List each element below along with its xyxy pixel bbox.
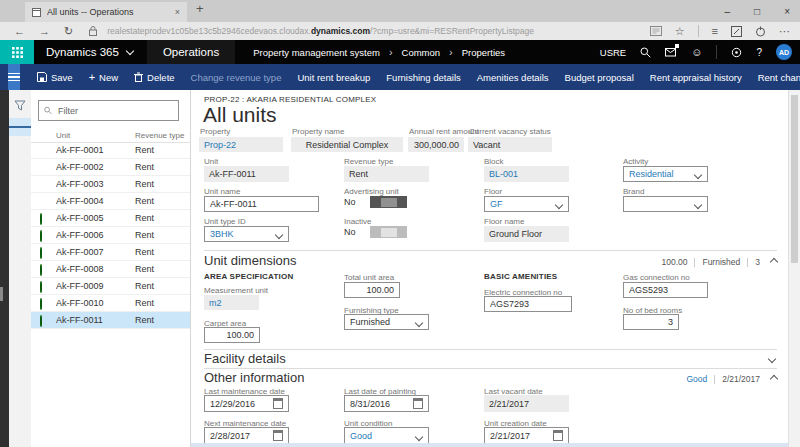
table-row[interactable]: Ak-FF-0010Rent [31, 295, 190, 312]
calendar-icon[interactable] [553, 430, 563, 441]
measurement-unit-field[interactable]: m2 [204, 295, 259, 310]
section-other-information[interactable]: Other information [204, 370, 304, 385]
table-row[interactable]: Ak-FF-0009Rent [31, 278, 190, 295]
table-row[interactable]: Ak-FF-0005Rent [31, 210, 190, 227]
brand-select[interactable] [623, 196, 708, 212]
column-header-revenue-type[interactable]: Revenue type [135, 131, 184, 140]
search-icon[interactable] [640, 47, 651, 58]
scrollbar-thumb[interactable] [791, 95, 798, 263]
unit-dimensions-summary[interactable]: 100.00 Furnished 3 [661, 257, 777, 267]
filter-input[interactable] [56, 105, 173, 117]
table-row[interactable]: Ak-FF-0004Rent [31, 193, 190, 210]
table-row[interactable]: Ak-FF-0001Rent [31, 142, 190, 159]
breadcrumb-area[interactable]: Common [402, 47, 441, 58]
reading-view-icon[interactable] [650, 26, 662, 36]
block-field[interactable]: BL-001 [484, 166, 569, 182]
activity-select[interactable]: Residential [623, 166, 708, 182]
refresh-icon[interactable]: ↻ [64, 25, 73, 38]
property-name-field: Residential Complex [291, 137, 403, 152]
calendar-icon[interactable] [273, 430, 283, 441]
toggle-track[interactable] [370, 196, 407, 208]
messages-icon[interactable] [665, 47, 677, 57]
unit-creation-date-input[interactable] [484, 427, 569, 444]
column-header-unit[interactable]: Unit [56, 131, 70, 140]
total-unit-area-input[interactable] [344, 282, 400, 298]
floor-name-field: Ground Floor [484, 226, 569, 242]
app-launcher-button[interactable] [0, 40, 34, 64]
calendar-icon[interactable] [413, 398, 423, 409]
next-maintenance-date-input[interactable] [204, 427, 289, 444]
hub-icon[interactable]: ≡ [712, 26, 718, 37]
share-icon[interactable] [755, 26, 766, 37]
company-code[interactable]: USRE [600, 47, 626, 58]
vertical-scrollbar[interactable] [788, 90, 800, 447]
url-text[interactable]: realestateprodev1c05be13c5b2946cedevaos.… [107, 26, 534, 36]
toggle-track[interactable] [370, 226, 407, 238]
favorites-star-icon[interactable]: ☆ [675, 26, 685, 37]
no-of-bed-rooms-input[interactable] [623, 314, 679, 330]
section-facility-details[interactable]: Facility details [204, 351, 286, 366]
calendar-icon[interactable] [273, 398, 283, 409]
property-field[interactable]: Prop-22 [199, 137, 283, 152]
unit-name-input[interactable] [204, 196, 319, 212]
unit-condition-select[interactable]: Good [344, 427, 429, 444]
rent-appraisal-history-button[interactable]: Rent appraisal history [643, 72, 749, 83]
section-unit-dimensions[interactable]: Unit dimensions [204, 253, 297, 268]
advertising-unit-toggle[interactable]: No [344, 196, 407, 208]
budget-proposal-button[interactable]: Budget proposal [558, 72, 641, 83]
help-icon[interactable]: ? [756, 47, 762, 58]
avatar[interactable]: AD [776, 44, 792, 60]
chevron-up-icon[interactable] [770, 258, 778, 266]
filter-field[interactable] [38, 100, 179, 121]
breadcrumb-module[interactable]: Property management system [253, 47, 380, 58]
chevron-up-icon[interactable] [770, 375, 778, 383]
inactive-toggle[interactable]: No [344, 226, 407, 238]
chevron-down-icon [415, 319, 423, 327]
floor-select[interactable]: GF [484, 196, 569, 212]
show-list-icon[interactable] [9, 118, 31, 136]
breadcrumb-page[interactable]: Properties [462, 47, 505, 58]
settings-gear-icon[interactable] [731, 47, 742, 58]
back-icon[interactable]: ← [14, 25, 25, 37]
save-button[interactable]: Save [30, 72, 80, 83]
filter-funnel-icon[interactable] [9, 96, 31, 114]
last-maintenance-date-input[interactable] [204, 395, 289, 412]
table-row[interactable]: Ak-FF-0003Rent [31, 176, 190, 193]
furnishing-details-button[interactable]: Furnishing details [379, 72, 467, 83]
collapsed-nav-pane[interactable] [0, 90, 9, 447]
toolbar-divider [698, 25, 699, 37]
delete-button[interactable]: Delete [127, 72, 181, 83]
table-row[interactable]: Ak-FF-0002Rent [31, 159, 190, 176]
app-name[interactable]: Operations [147, 40, 235, 64]
chevron-down-icon[interactable] [768, 355, 776, 363]
forward-icon[interactable]: → [39, 25, 50, 37]
other-information-summary[interactable]: Good 2/21/2017 [686, 374, 777, 384]
unit-rent-breakup-button[interactable]: Unit rent breakup [290, 72, 377, 83]
nav-menu-button[interactable] [8, 64, 20, 90]
save-icon [37, 72, 47, 82]
window-close-button[interactable]: × [784, 6, 790, 17]
dynamics-365-menu[interactable]: Dynamics 365 [46, 46, 119, 58]
nav-pane-handle[interactable] [0, 287, 3, 301]
table-row-selected[interactable]: Ak-FF-0011Rent [31, 312, 190, 329]
window-minimize-button[interactable]: – [725, 6, 731, 17]
furnishing-type-select[interactable]: Furnished [344, 314, 429, 330]
table-row[interactable]: Ak-FF-0008Rent [31, 261, 190, 278]
tab-close-icon[interactable]: × [175, 7, 180, 17]
feedback-smiley-icon[interactable]: ☺ [691, 47, 702, 58]
table-row[interactable]: Ak-FF-0007Rent [31, 244, 190, 261]
web-note-icon[interactable] [731, 26, 742, 37]
last-date-of-painting-input[interactable] [344, 395, 429, 412]
amenities-details-button[interactable]: Amenities details [470, 72, 556, 83]
carpet-area-input[interactable] [204, 327, 260, 343]
browser-tab[interactable]: All units -- Operations × [25, 2, 187, 22]
unit-type-id-select[interactable]: 3BHK [204, 226, 289, 242]
new-button[interactable]: + New [82, 71, 125, 83]
more-menu-icon[interactable]: ⋯ [779, 26, 790, 37]
window-maximize-button[interactable]: □ [754, 6, 760, 17]
table-row[interactable]: Ak-FF-0006Rent [31, 227, 190, 244]
gas-connection-no-input[interactable] [623, 282, 708, 298]
new-tab-button[interactable]: + [196, 1, 204, 16]
electric-connection-no-input[interactable] [484, 296, 572, 312]
rent-change-history-button[interactable]: Rent change history [751, 72, 800, 83]
